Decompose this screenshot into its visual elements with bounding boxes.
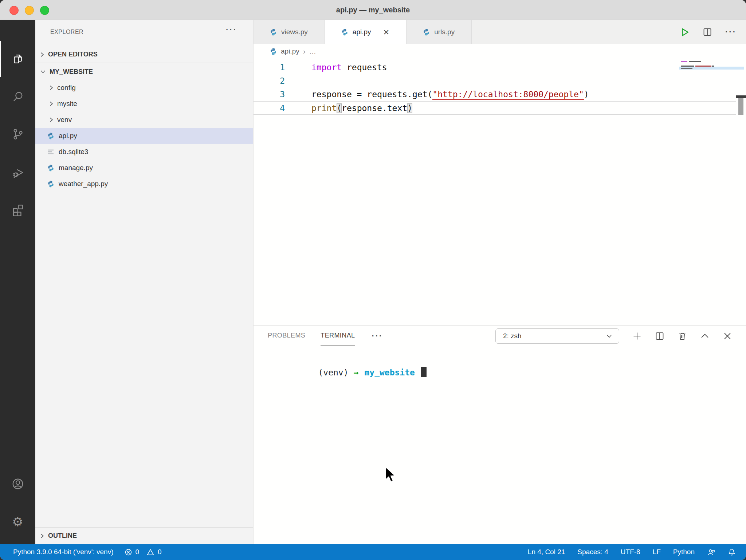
tree-item-config[interactable]: config (35, 80, 253, 96)
scrollbar-thumb[interactable] (738, 98, 743, 115)
problems-status[interactable]: 0 0 (125, 548, 162, 556)
warning-icon (146, 548, 154, 556)
python-icon (423, 28, 430, 36)
code-line-1[interactable]: 1import requests (254, 61, 736, 74)
tree-item-label: manage.py (59, 164, 93, 172)
close-tab-button[interactable]: ✕ (383, 28, 390, 36)
python-icon (47, 180, 55, 188)
python-icon (270, 48, 277, 55)
workspace-label: MY_WEBSITE (50, 68, 93, 76)
tab-label: urls.py (434, 28, 455, 36)
activity-search[interactable] (0, 78, 35, 115)
tree-item-label: venv (57, 116, 72, 124)
activity-run-debug[interactable] (0, 154, 35, 190)
tree-item-manage.py[interactable]: manage.py (35, 160, 253, 176)
status-left: Python 3.9.0 64-bit ('venv': venv) 0 0 (0, 548, 162, 556)
feedback-icon (707, 548, 715, 556)
tree-item-label: weather_app.py (59, 180, 108, 188)
window-title: api.py — my_website (0, 0, 746, 20)
split-terminal-button[interactable] (655, 331, 664, 341)
panel-tab-problems[interactable]: PROBLEMS (268, 326, 305, 346)
tree-item-mysite[interactable]: mysite (35, 96, 253, 112)
open-editors-section[interactable]: OPEN EDITORS (35, 46, 253, 63)
close-panel-button[interactable] (723, 331, 732, 341)
activity-bar: ⚙ (0, 20, 35, 544)
indentation-status[interactable]: Spaces: 4 (577, 548, 608, 556)
tree-item-db.sqlite3[interactable]: db.sqlite3 (35, 144, 253, 160)
tree-item-label: config (57, 84, 76, 92)
line-text: response = requests.get("http://localhos… (285, 88, 589, 101)
outline-section[interactable]: OUTLINE (35, 527, 253, 544)
activity-source-control[interactable] (0, 116, 35, 152)
breadcrumb[interactable]: api.py › … (254, 44, 746, 59)
eol-status[interactable]: LF (653, 548, 661, 556)
database-file-icon (47, 148, 54, 155)
new-terminal-button[interactable] (632, 331, 642, 341)
tree-item-weather_app.py[interactable]: weather_app.py (35, 176, 253, 192)
python-icon (270, 48, 277, 55)
tab-label: views.py (281, 28, 308, 36)
kill-terminal-trash-button[interactable] (678, 331, 687, 341)
tree-item-label: api.py (59, 132, 77, 140)
editor-more-actions-button[interactable]: ··· (725, 28, 737, 36)
feedback-status[interactable] (707, 548, 715, 556)
panel-actions: 2: zsh (495, 328, 746, 344)
encoding-status[interactable]: UTF-8 (621, 548, 640, 556)
language-mode-status[interactable]: Python (673, 548, 695, 556)
chevron-right-icon (40, 52, 44, 58)
files-icon (12, 53, 24, 65)
split-editor-button[interactable] (703, 27, 712, 37)
editor-area: views.py✕ api.py✕ urls.py✕ ··· api.py › … (254, 20, 746, 544)
workspace-root-section[interactable]: MY_WEBSITE (35, 64, 253, 80)
search-icon (12, 90, 24, 103)
maximize-panel-button[interactable] (700, 331, 710, 341)
activity-account[interactable] (0, 466, 35, 502)
code-line-4[interactable]: 4print(response.text) (254, 101, 736, 115)
source-control-icon (12, 128, 24, 140)
tree-item-venv[interactable]: venv (35, 112, 253, 128)
panel-more-actions-button[interactable]: ··· (372, 332, 383, 340)
code-line-3[interactable]: 3response = requests.get("http://localho… (254, 88, 736, 101)
terminal-shell-value: 2: zsh (503, 332, 522, 340)
line-number: 4 (254, 102, 285, 114)
file-tree: config mysite venv api.py db.sqlite3 man… (35, 80, 253, 192)
cursor-position-status[interactable]: Ln 4, Col 21 (528, 548, 565, 556)
line-number: 1 (254, 61, 285, 74)
warning-count: 0 (158, 548, 162, 556)
python-icon (341, 28, 349, 36)
terminal-shell-select[interactable]: 2: zsh (495, 328, 619, 344)
chevron-right-icon (49, 117, 54, 123)
run-debug-icon (11, 165, 24, 178)
editor-tabbar: views.py✕ api.py✕ urls.py✕ (254, 20, 746, 44)
notifications-status[interactable] (728, 548, 736, 556)
error-icon (125, 548, 132, 556)
terminal-cwd: my_website (364, 368, 415, 377)
chevron-down-icon (40, 70, 46, 74)
panel-tab-terminal[interactable]: TERMINAL (321, 326, 355, 346)
minimap[interactable] (681, 59, 736, 91)
python-icon (47, 164, 55, 172)
titlebar: api.py — my_website (0, 0, 746, 20)
status-right: Ln 4, Col 21 Spaces: 4 UTF-8 LF Python (528, 548, 746, 556)
python-interpreter-status[interactable]: Python 3.9.0 64-bit ('venv': venv) (13, 548, 114, 556)
editor-tab-api.py[interactable]: api.py✕ (325, 20, 407, 44)
tree-item-api.py[interactable]: api.py (35, 128, 253, 144)
breadcrumb-symbol-ellipsis[interactable]: … (309, 47, 316, 55)
terminal[interactable]: (venv)→my_website (254, 346, 746, 544)
breadcrumb-file[interactable]: api.py (281, 47, 299, 55)
activity-explorer[interactable] (0, 41, 35, 77)
account-icon (11, 477, 24, 490)
editor-tab-urls.py[interactable]: urls.py✕ (407, 20, 472, 44)
code-line-2[interactable]: 2 (254, 74, 736, 88)
status-bar: Python 3.9.0 64-bit ('venv': venv) 0 0 L… (0, 544, 746, 560)
explorer-sidebar: EXPLORER ··· OPEN EDITORS MY_WEBSITE con… (35, 20, 254, 544)
activity-extensions[interactable] (0, 192, 35, 228)
code-editor[interactable]: 1import requests23response = requests.ge… (254, 59, 746, 327)
editor-title-actions: ··· (680, 20, 737, 44)
explorer-more-actions-button[interactable]: ··· (226, 25, 237, 35)
run-python-file-button[interactable] (680, 27, 690, 37)
activity-settings[interactable]: ⚙ (0, 504, 35, 540)
editor-tab-views.py[interactable]: views.py✕ (254, 20, 325, 44)
scrollbar-marker (736, 95, 746, 98)
chevron-right-icon (40, 533, 44, 539)
